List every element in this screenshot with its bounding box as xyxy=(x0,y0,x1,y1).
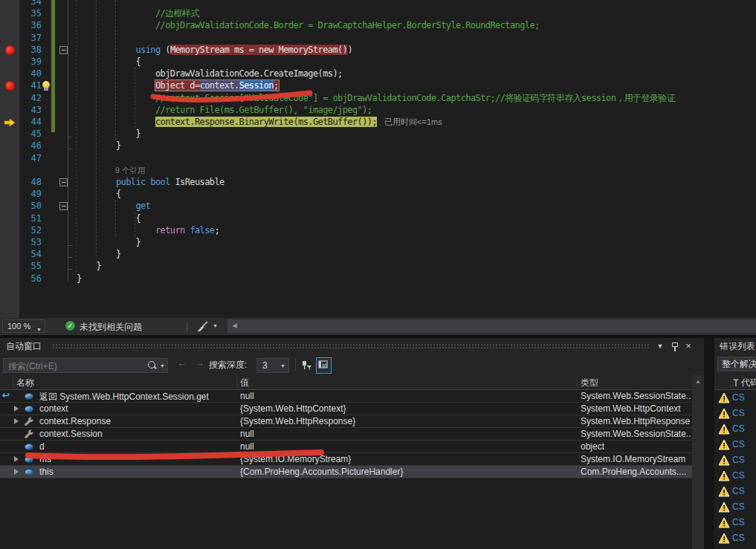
variable-name[interactable]: d xyxy=(39,441,233,452)
horizontal-scrollbar[interactable]: ◀ xyxy=(227,319,756,333)
variable-value[interactable]: {System.Web.HttpResponse} xyxy=(240,416,573,426)
code-text[interactable]: { xyxy=(77,212,140,224)
code-text[interactable]: public bool IsReusable xyxy=(77,176,224,188)
autos-scrollbar[interactable]: ▲ xyxy=(692,375,704,549)
scroll-left-icon[interactable]: ◀ xyxy=(232,322,237,329)
error-row[interactable]: CS xyxy=(714,484,756,499)
expand-chevron-icon[interactable] xyxy=(14,418,19,424)
close-icon[interactable]: × xyxy=(682,340,694,352)
code-text[interactable]: } xyxy=(77,248,121,260)
autos-row-context.Response[interactable]: context.Response{System.Web.HttpResponse… xyxy=(0,415,692,428)
code-text[interactable]: { xyxy=(77,188,121,200)
variable-value[interactable]: {System.IO.MemoryStream} xyxy=(240,454,573,464)
error-code[interactable]: CS xyxy=(732,423,745,434)
autos-title-bar[interactable]: 自动窗口 ▼ × xyxy=(0,338,704,354)
autos-row-context[interactable]: context{System.Web.HttpContext}System.We… xyxy=(0,403,692,415)
error-row[interactable]: CS xyxy=(714,546,756,549)
zoom-select[interactable]: 100 % ▼ xyxy=(2,319,45,333)
col-code[interactable]: 代码 xyxy=(741,377,756,389)
error-row[interactable]: CS xyxy=(714,515,756,530)
chevron-down-icon[interactable]: ▼ xyxy=(213,323,218,328)
code-text[interactable]: Object d=context.Session; xyxy=(77,79,279,91)
code-line-40[interactable]: 40 objDrawValidationCode.CreateImage(ms)… xyxy=(0,68,756,80)
col-name[interactable]: 名称 xyxy=(16,377,34,389)
error-row[interactable]: CS xyxy=(714,452,756,468)
variable-type[interactable]: System.Web.HttpContext xyxy=(581,403,691,414)
code-text[interactable]: objDrawValidationCode.CreateImage(ms); xyxy=(77,68,343,79)
code-text[interactable]: } xyxy=(77,128,140,140)
variable-value[interactable]: null xyxy=(240,441,573,452)
variable-value[interactable]: {Com.ProHeng.Accounts.PictureHandler} xyxy=(240,467,573,477)
code-text[interactable]: } xyxy=(77,273,82,285)
breakpoint-icon[interactable] xyxy=(5,45,15,55)
error-code[interactable]: CS xyxy=(732,501,745,512)
variable-type[interactable]: System.Web.SessionState.... xyxy=(581,429,691,439)
code-line-53[interactable]: 53 } xyxy=(0,236,756,249)
variable-value[interactable]: null xyxy=(240,429,573,439)
lightbulb-icon[interactable] xyxy=(42,81,51,91)
autos-row-context.Session[interactable]: context.SessionnullSystem.Web.SessionSta… xyxy=(0,428,692,441)
code-cleanup-broom-icon[interactable] xyxy=(196,321,209,332)
code-text[interactable]: } xyxy=(77,260,101,272)
code-text[interactable]: using (MemoryStream ms = new MemoryStrea… xyxy=(77,44,352,56)
error-row[interactable]: CS xyxy=(714,499,756,515)
code-text[interactable]: context.Response.BinaryWrite(ms.GetBuffe… xyxy=(77,116,442,128)
variable-name[interactable]: context.Session xyxy=(39,429,233,439)
code-line-54[interactable]: 54 } xyxy=(0,248,756,261)
autos-row-返回 System.Web.HttpContext.Session.get[interactable]: ↩返回 System.Web.HttpContext.Session.getnu… xyxy=(0,390,692,403)
back-arrow-icon[interactable]: ← xyxy=(177,357,187,368)
error-code[interactable]: CS xyxy=(732,392,745,403)
code-text[interactable]: //return File(ms.GetBuffer(), "image/jpe… xyxy=(77,104,372,116)
code-line-37[interactable]: 37 xyxy=(0,32,756,45)
chevron-down-icon[interactable]: ▼ xyxy=(160,363,165,368)
error-scope-select[interactable]: 整个解决方案 xyxy=(717,357,756,371)
text-view-toggle-icon[interactable]: ab xyxy=(316,357,332,374)
autos-grid-header[interactable]: 名称 值 类型 xyxy=(0,375,692,390)
breakpoint-icon[interactable] xyxy=(5,81,15,91)
expand-chevron-icon[interactable] xyxy=(14,456,19,462)
code-line-49[interactable]: 49 { xyxy=(0,188,756,201)
expand-chevron-icon[interactable] xyxy=(14,406,19,412)
variable-type[interactable]: System.Web.SessionState.... xyxy=(581,391,691,401)
error-list-title-bar[interactable]: 错误列表 xyxy=(714,338,756,354)
health-check-icon[interactable]: ✓ xyxy=(65,321,75,331)
error-code[interactable]: CS xyxy=(732,486,745,496)
window-menu-chevron-icon[interactable]: ▼ xyxy=(654,340,666,352)
autos-row-this[interactable]: this{Com.ProHeng.Accounts.PictureHandler… xyxy=(0,466,692,478)
error-row[interactable]: CS xyxy=(714,468,756,484)
error-code[interactable]: CS xyxy=(732,470,745,481)
error-code[interactable]: CS xyxy=(732,517,745,527)
error-row[interactable]: CS xyxy=(714,437,756,452)
search-input[interactable]: 搜索(Ctrl+E) ▼ xyxy=(3,358,168,373)
code-line-46[interactable]: 46 } xyxy=(0,140,756,152)
variable-type[interactable]: System.IO.MemoryStream xyxy=(581,454,691,464)
col-value[interactable]: 值 xyxy=(240,377,249,389)
error-row[interactable]: CS xyxy=(714,530,756,546)
col-type[interactable]: 类型 xyxy=(581,377,598,389)
code-line-48[interactable]: 48− public bool IsReusable xyxy=(0,176,756,189)
variable-value[interactable]: {System.Web.HttpContext} xyxy=(240,403,573,414)
search-depth-select[interactable]: 3 ▼ xyxy=(256,358,289,373)
error-code[interactable]: CS xyxy=(732,455,745,465)
code-text[interactable]: { xyxy=(77,56,140,68)
pin-to-source-icon[interactable] xyxy=(300,358,313,373)
error-code[interactable]: CS xyxy=(732,533,745,543)
code-line-47[interactable]: 47 xyxy=(0,152,756,165)
code-text[interactable]: //objDrawValidationCode.Border = DrawCap… xyxy=(77,19,540,31)
filter-funnel-icon[interactable] xyxy=(733,379,739,383)
autos-row-ms[interactable]: ms{System.IO.MemoryStream}System.IO.Memo… xyxy=(0,453,692,466)
code-line-43[interactable]: 43 //return File(ms.GetBuffer(), "image/… xyxy=(0,104,756,117)
error-code[interactable]: CS xyxy=(732,408,745,418)
code-text[interactable]: return false; xyxy=(77,224,219,236)
pin-icon[interactable] xyxy=(669,340,681,352)
code-line-50[interactable]: 50− get xyxy=(0,200,756,212)
collapse-box-icon[interactable]: − xyxy=(59,46,68,54)
variable-type[interactable]: Com.ProHeng.Accounts.... xyxy=(581,467,691,477)
error-code[interactable]: CS xyxy=(732,439,745,449)
variable-type[interactable]: System.Web.HttpResponse xyxy=(581,416,691,426)
variable-name[interactable]: this xyxy=(39,467,233,477)
code-line-36[interactable]: 36 //objDrawValidationCode.Border = Draw… xyxy=(0,19,756,32)
code-text[interactable]: get xyxy=(77,200,150,212)
code-line-39[interactable]: 39 { xyxy=(0,56,756,68)
error-row[interactable]: CS xyxy=(714,421,756,437)
